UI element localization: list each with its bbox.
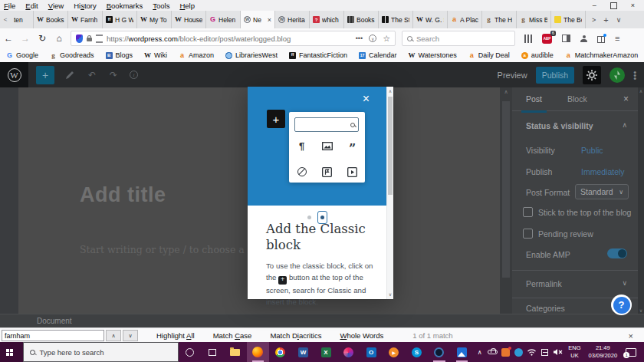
more-options-icon[interactable]: ••• — [633, 71, 636, 80]
tab-books[interactable]: WBooks — [34, 11, 68, 28]
page-dot-1[interactable] — [307, 216, 311, 219]
scrollbar-thumb[interactable] — [502, 101, 510, 278]
modal-scrollbar[interactable]: ∧ ∨ — [386, 87, 393, 299]
paint3d-button[interactable] — [337, 342, 360, 362]
tab-scroll-right-icon[interactable]: > — [592, 16, 596, 24]
scroll-down-icon[interactable]: ∨ — [389, 290, 392, 299]
reload-button[interactable]: ↻ — [34, 33, 51, 44]
bookmark-wiki[interactable]: WWiki — [144, 51, 167, 59]
publish-button[interactable]: Publish — [536, 67, 574, 84]
outlook-button[interactable]: O — [360, 342, 383, 362]
stick-to-top-checkbox[interactable] — [523, 207, 533, 217]
forward-button[interactable]: → — [17, 33, 34, 44]
menu-history[interactable]: History — [74, 2, 97, 10]
back-button[interactable]: ← — [0, 33, 17, 44]
content-scrollbar[interactable]: ∧ — [500, 87, 512, 314]
home-button[interactable]: ⌂ — [51, 33, 67, 44]
match-diacritics-toggle[interactable]: Match Diacritics — [270, 331, 321, 340]
bookmark-daily-deal[interactable]: aDaily Deal — [468, 51, 510, 59]
photos-button[interactable] — [451, 342, 474, 362]
pen-settings-icon[interactable] — [538, 349, 551, 356]
find-input[interactable] — [2, 330, 104, 341]
bookmark-librarieswest[interactable]: LibrariesWest — [225, 51, 278, 59]
cortana-button[interactable] — [179, 342, 202, 362]
post-title-placeholder[interactable]: Add title — [80, 183, 166, 207]
start-button[interactable] — [0, 342, 23, 362]
scroll-up-icon[interactable]: ∧ — [639, 87, 642, 95]
bookmark-calendar[interactable]: 17Calendar — [359, 51, 397, 59]
bookmark-fantasticfiction[interactable]: ffFantasticFiction — [289, 51, 347, 59]
wordpress-logo-tile[interactable]: W — [0, 62, 28, 87]
close-modal-icon[interactable]: × — [363, 93, 370, 105]
show-hidden-icons[interactable]: ∧ — [473, 349, 486, 356]
notification-center-icon[interactable]: 1 — [626, 348, 636, 357]
categories-section[interactable]: Categories — [526, 304, 565, 313]
edit-mode-icon[interactable] — [65, 71, 76, 80]
block-inserter-button[interactable]: + — [36, 66, 54, 84]
app-button[interactable] — [428, 342, 451, 362]
chevron-up-icon[interactable]: ∧ — [622, 121, 627, 129]
url-bar[interactable]: https://wordpress.com/block-editor/post/… — [71, 31, 396, 46]
scroll-up-icon[interactable]: ∧ — [389, 87, 392, 96]
close-window-button[interactable]: × — [631, 2, 635, 9]
preview-button[interactable]: Preview — [498, 71, 527, 80]
menu-bookmarks[interactable]: Bookmarks — [107, 2, 143, 10]
blue-app-tray-icon[interactable] — [512, 348, 525, 357]
task-view-button[interactable] — [201, 342, 224, 362]
clock[interactable]: 21:4903/09/2020 — [585, 344, 622, 360]
chrome-button[interactable] — [269, 342, 292, 362]
minimize-button[interactable]: – — [593, 2, 596, 9]
media-player-button[interactable]: ▶ — [383, 342, 406, 362]
menu-edit[interactable]: Edit — [25, 2, 38, 10]
bookmark-amazon[interactable]: aAmazon — [179, 51, 214, 59]
tab-the-h[interactable]: gThe H — [482, 11, 517, 28]
menu-tools[interactable]: Tools — [153, 2, 169, 10]
bookmark-blogs[interactable]: BBlogs — [106, 51, 133, 59]
menu-hamburger-icon[interactable]: ≡ — [615, 34, 619, 43]
help-button[interactable]: ? — [611, 295, 632, 315]
tab-a-plac[interactable]: aA Plac — [448, 11, 482, 28]
volume-muted-icon[interactable] — [551, 348, 564, 356]
library-icon[interactable] — [524, 35, 532, 43]
bookmark-goodreads[interactable]: gGoodreads — [50, 51, 94, 59]
menu-file[interactable]: File — [4, 2, 15, 10]
bookmark-waterstones[interactable]: WWaterstones — [409, 51, 457, 59]
adblock-icon[interactable]: ABP6 — [542, 34, 552, 44]
tab-books[interactable]: Books — [344, 11, 379, 28]
extension-icon[interactable] — [597, 36, 605, 43]
jetpack-icon[interactable] — [610, 67, 625, 83]
tab-my-to[interactable]: WMy To — [137, 11, 172, 28]
tab-ne[interactable]: WNe× — [241, 11, 275, 28]
publish-value-link[interactable]: Immediately — [581, 167, 625, 176]
file-explorer-button[interactable] — [224, 342, 247, 362]
close-tab-icon[interactable]: × — [268, 16, 271, 24]
shield-icon[interactable] — [76, 35, 83, 43]
tab-farnh[interactable]: WFarnh — [68, 11, 103, 28]
bookmark-matchmakeramazon[interactable]: aMatchmakerAmazon — [565, 51, 639, 59]
tab-block[interactable]: Block — [567, 94, 587, 104]
word-button[interactable]: W — [292, 342, 315, 362]
tab-helen[interactable]: GHelen — [206, 11, 241, 28]
excel-button[interactable]: X — [314, 342, 337, 362]
menu-view[interactable]: View — [48, 2, 64, 10]
permissions-icon[interactable] — [96, 35, 103, 43]
scroll-up-icon[interactable]: ∧ — [500, 87, 512, 97]
permalink-section[interactable]: Permalink — [526, 279, 562, 288]
tab-the-st[interactable]: The St — [379, 11, 413, 28]
skype-button[interactable]: S — [406, 342, 429, 362]
tab-which[interactable]: ?which — [310, 11, 344, 28]
close-findbar-icon[interactable]: × — [629, 331, 633, 341]
tab-ten[interactable]: ten — [11, 11, 34, 28]
tab-h-g-w[interactable]: ffH G W — [103, 11, 137, 28]
pending-review-checkbox[interactable] — [523, 229, 533, 239]
tab-scroll-left-icon[interactable]: < — [0, 11, 11, 28]
tab-herita[interactable]: WHerita — [275, 11, 310, 28]
find-previous-button[interactable]: ∧ — [106, 330, 121, 341]
language-indicator[interactable]: ENGUK — [564, 344, 584, 360]
whole-words-toggle[interactable]: Whole Words — [340, 331, 383, 340]
pocket-icon[interactable]: ∨ — [369, 35, 376, 42]
page-actions-icon[interactable]: ••• — [356, 35, 363, 42]
settings-gear-button[interactable] — [583, 66, 601, 84]
chevron-down-icon[interactable]: ∨ — [622, 279, 627, 287]
post-body-placeholder[interactable]: Start writing or type / to choose a bloc… — [80, 244, 274, 255]
